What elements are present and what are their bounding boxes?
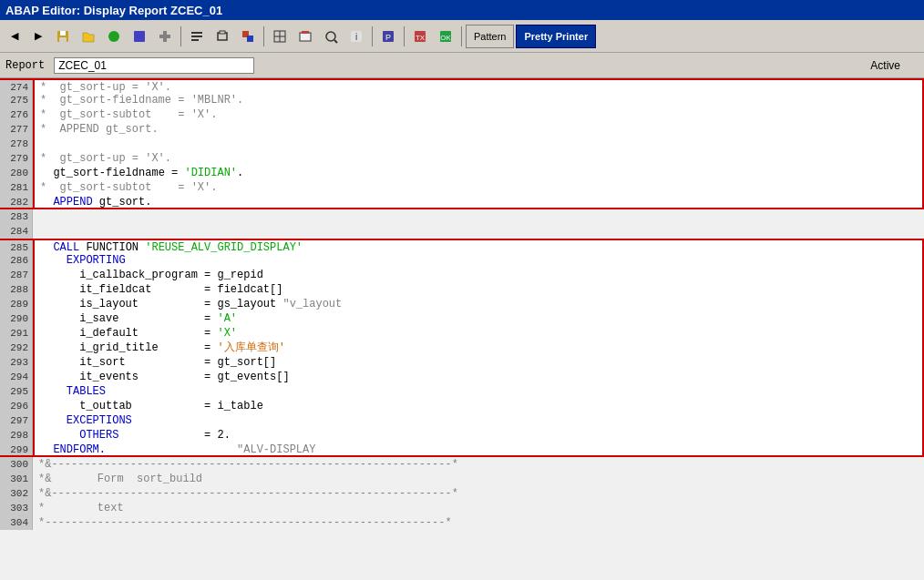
line-number: 294: [0, 370, 33, 384]
line-content[interactable]: OTHERS = 2.: [33, 428, 924, 443]
back-button[interactable]: ◀: [4, 25, 26, 48]
line-row: 295 TABLES: [0, 384, 924, 399]
line-number: 285: [0, 240, 33, 253]
svg-rect-7: [191, 32, 202, 34]
svg-rect-1: [60, 31, 66, 36]
line-row: 304*------------------------------------…: [0, 515, 924, 530]
line-content[interactable]: i_default = 'X': [33, 326, 924, 341]
line-row: 300*&-----------------------------------…: [0, 457, 924, 472]
line-number: 278: [0, 137, 33, 151]
line-content[interactable]: *&--------------------------------------…: [33, 457, 924, 472]
line-content[interactable]: i_callback_program = g_repid: [33, 268, 924, 282]
toolbar-btn-6[interactable]: [185, 25, 209, 48]
toolbar-btn-3[interactable]: [102, 25, 126, 48]
forward-button[interactable]: ▶: [27, 25, 49, 48]
line-content[interactable]: * gt_sort-subtot = 'X'.: [33, 107, 924, 122]
line-content[interactable]: it_sort = gt_sort[]: [33, 355, 924, 370]
line-content[interactable]: *&--------------------------------------…: [33, 486, 924, 501]
line-row: 303* text: [0, 501, 924, 515]
svg-rect-6: [163, 31, 167, 42]
line-row: 285 CALL FUNCTION 'REUSE_ALV_GRID_DISPLA…: [0, 239, 924, 253]
toolbar: ◀ ▶ i P TX OK P: [0, 20, 924, 53]
line-content[interactable]: * gt_sort-up = 'X'.: [33, 80, 924, 93]
toolbar-btn-14[interactable]: TX: [408, 25, 432, 48]
line-number: 298: [0, 428, 33, 443]
toolbar-btn-8[interactable]: [236, 25, 260, 48]
sep-5: [461, 26, 462, 46]
line-content[interactable]: EXCEPTIONS: [33, 413, 924, 428]
toolbar-btn-7[interactable]: [210, 25, 234, 48]
line-row: 302*&-----------------------------------…: [0, 486, 924, 501]
line-content[interactable]: [33, 224, 924, 239]
line-content[interactable]: [33, 209, 924, 224]
pattern-button[interactable]: Pattern: [466, 25, 514, 48]
line-row: 274* gt_sort-up = 'X'.: [0, 78, 924, 93]
line-row: 301*& Form sort_build: [0, 472, 924, 486]
toolbar-btn-5[interactable]: [153, 25, 177, 48]
report-value[interactable]: ZCEC_01: [54, 57, 254, 74]
line-content[interactable]: gt_sort-fieldname = 'DIDIAN'.: [33, 166, 924, 180]
line-content[interactable]: is_layout = gs_layout "v_layout: [33, 297, 924, 311]
toolbar-btn-12[interactable]: i: [344, 25, 368, 48]
toolbar-btn-save[interactable]: [51, 25, 75, 48]
line-row: 289 is_layout = gs_layout "v_layout: [0, 297, 924, 311]
line-row: 280 gt_sort-fieldname = 'DIDIAN'.: [0, 166, 924, 180]
line-content[interactable]: it_fieldcat = fieldcat[]: [33, 282, 924, 297]
line-number: 274: [0, 80, 33, 93]
pretty-printer-button[interactable]: Pretty Printer: [516, 25, 596, 48]
toolbar-btn-4[interactable]: [128, 25, 151, 48]
line-number: 281: [0, 180, 33, 195]
svg-rect-13: [247, 36, 253, 42]
line-row: 282 APPEND gt_sort.: [0, 195, 924, 209]
line-content[interactable]: * gt_sort-up = 'X'.: [33, 151, 924, 166]
sep-2: [263, 26, 264, 46]
line-row: 298 OTHERS = 2.: [0, 428, 924, 443]
toolbar-btn-15[interactable]: OK: [434, 25, 457, 48]
line-row: 293 it_sort = gt_sort[]: [0, 355, 924, 370]
line-number: 286: [0, 253, 33, 268]
line-content[interactable]: EXPORTING: [33, 253, 924, 268]
toolbar-btn-13[interactable]: P: [376, 25, 400, 48]
report-bar: Report ZCEC_01 Active: [0, 53, 924, 78]
line-number: 296: [0, 399, 33, 413]
line-number: 289: [0, 297, 33, 311]
line-row: 284: [0, 224, 924, 239]
line-content[interactable]: * text: [33, 501, 924, 515]
line-number: 299: [0, 443, 33, 455]
svg-rect-17: [300, 33, 311, 41]
line-content[interactable]: i_save = 'A': [33, 311, 924, 326]
line-row: 291 i_default = 'X': [0, 326, 924, 341]
line-content[interactable]: t_outtab = i_table: [33, 399, 924, 413]
line-content[interactable]: *---------------------------------------…: [33, 515, 924, 530]
line-row: 286 EXPORTING: [0, 253, 924, 268]
line-content[interactable]: TABLES: [33, 384, 924, 399]
line-content[interactable]: *& Form sort_build: [33, 472, 924, 486]
line-number: 302: [0, 486, 33, 501]
toolbar-btn-9[interactable]: [268, 25, 292, 48]
line-number: 300: [0, 457, 33, 472]
line-row: 290 i_save = 'A': [0, 311, 924, 326]
line-content[interactable]: [33, 137, 924, 151]
line-content[interactable]: * APPEND gt_sort.: [33, 122, 924, 137]
line-content[interactable]: ENDFORM. "ALV-DISPLAY: [33, 443, 924, 455]
toolbar-btn-open[interactable]: [77, 25, 100, 48]
toolbar-btn-11[interactable]: [319, 25, 343, 48]
line-number: 279: [0, 151, 33, 166]
line-row: 296 t_outtab = i_table: [0, 399, 924, 413]
line-content[interactable]: APPEND gt_sort.: [33, 195, 924, 208]
svg-line-20: [334, 40, 337, 43]
title-bar: ABAP Editor: Display Report ZCEC_01: [0, 0, 924, 20]
line-content[interactable]: it_events = gt_events[]: [33, 370, 924, 384]
line-content[interactable]: i_grid_title = '入库单查询': [33, 341, 924, 355]
line-number: 287: [0, 268, 33, 282]
svg-text:OK: OK: [440, 34, 451, 42]
code-view: 274* gt_sort-up = 'X'.275* gt_sort-field…: [0, 78, 924, 580]
line-row: 297 EXCEPTIONS: [0, 413, 924, 428]
line-content[interactable]: * gt_sort-subtot = 'X'.: [33, 180, 924, 195]
line-row: 288 it_fieldcat = fieldcat[]: [0, 282, 924, 297]
line-content[interactable]: CALL FUNCTION 'REUSE_ALV_GRID_DISPLAY': [33, 240, 924, 253]
svg-rect-9: [191, 39, 199, 41]
svg-rect-8: [191, 36, 202, 37]
line-content[interactable]: * gt_sort-fieldname = 'MBLNR'.: [33, 93, 924, 107]
toolbar-btn-10[interactable]: [293, 25, 317, 48]
